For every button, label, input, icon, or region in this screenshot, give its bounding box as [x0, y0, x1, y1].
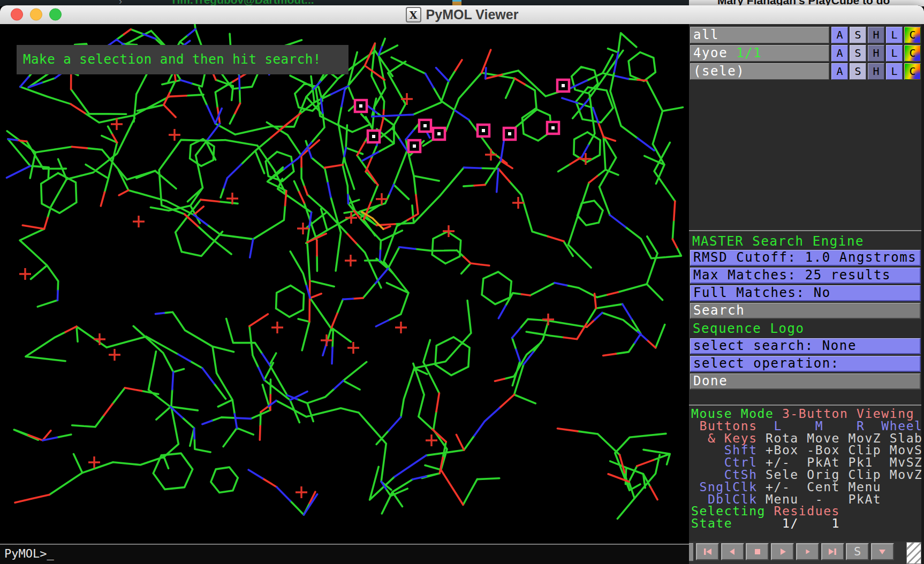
command-prompt[interactable]: PyMOL>_ [4, 547, 54, 560]
step-forward-button[interactable] [796, 543, 819, 560]
selection-marker [433, 128, 445, 140]
plugin-button-rmsd-cutoff-1-0-angstroms[interactable]: RMSD Cutoff: 1.0 Angstroms [690, 250, 921, 266]
buttons-header-line: Buttons L M R Wheel [691, 420, 923, 432]
object-menu-button-c[interactable]: C [904, 45, 921, 62]
titlebar[interactable]: X PyMOL Viewer [0, 5, 924, 25]
window-title: PyMOL Viewer [426, 7, 519, 22]
play-button[interactable] [771, 543, 794, 560]
scroll-down-button[interactable] [871, 543, 894, 560]
plugin-section-sequence-logo[interactable]: Sequence Logo [690, 321, 921, 337]
object-menu-button-a[interactable]: A [831, 45, 848, 62]
object-menu-button-h[interactable]: H [868, 63, 884, 80]
title-group: X PyMOL Viewer [0, 5, 924, 24]
s-button-label: S [854, 546, 861, 558]
stop-button[interactable] [746, 543, 769, 560]
object-menu-button-l[interactable]: L [886, 45, 903, 62]
object-label[interactable]: (sele) [690, 63, 829, 80]
selection-marker [408, 140, 420, 152]
command-bar[interactable]: PyMOL>_ [0, 544, 689, 564]
panel-edge [921, 24, 924, 564]
object-menu-button-s[interactable]: S [850, 27, 866, 43]
object-menu-button-s[interactable]: S [850, 45, 866, 62]
ctsh-line: CtSh Sele Orig Clip MovZ [691, 469, 923, 481]
keys-header-line: & Keys Rota Move MovZ Slab [691, 432, 923, 445]
bond-lines [7, 29, 655, 515]
screen: › Tim.Tregubov@Dartmout... Mary Flanagan… [0, 0, 924, 564]
step-back-button[interactable] [721, 543, 744, 560]
plugin-button-full-matches-no[interactable]: Full Matches: No [690, 285, 921, 301]
go-to-start-button[interactable] [696, 543, 719, 560]
resize-grip-handle[interactable] [906, 542, 921, 564]
object-menu-button-h[interactable]: H [868, 45, 884, 62]
plugin-button-done[interactable]: Done [690, 374, 921, 390]
object-menu-button-s[interactable]: S [850, 63, 866, 80]
selection-marker [368, 131, 380, 142]
selection-marker [355, 100, 367, 112]
object-label[interactable]: 4yoe 1/1 [690, 45, 829, 62]
object-state: 1/1 [736, 45, 762, 60]
mouse-mode-panel[interactable]: Mouse Mode 3-Button Viewing Buttons L M … [691, 408, 923, 530]
s-button-button[interactable]: S [846, 543, 869, 560]
object-menu-button-l[interactable]: L [886, 27, 903, 43]
object-row: (sele)ASHLC [689, 63, 921, 80]
plugin-button-select-operation[interactable]: select operation: [690, 356, 921, 372]
object-menu-button-h[interactable]: H [868, 27, 884, 43]
object-menu-button-l[interactable]: L [886, 63, 903, 80]
ctrl-line: Ctrl +/- PkAt Pk1 MvSZ [691, 456, 923, 469]
object-row: allASHLC [689, 27, 921, 43]
plugin-button-select-search-none[interactable]: select search: None [690, 338, 921, 354]
selection-marker [557, 80, 569, 92]
shift-line: Shft +Box -Box Clip MovS [691, 444, 923, 456]
divider [689, 405, 921, 406]
selection-marker [504, 128, 516, 140]
internal-gui-panel: allASHLC4yoe 1/1ASHLC(sele)ASHLC MASTER … [689, 24, 924, 564]
divider [689, 230, 921, 231]
movie-control-bar: S [689, 542, 924, 564]
wizard-overlay-message: Make a selection and then hit search! [17, 45, 349, 74]
selecting-line[interactable]: Selecting Residues [691, 505, 923, 517]
state-line[interactable]: State 1/ 1 [691, 517, 923, 530]
control-bar-strip [689, 543, 693, 561]
x11-icon: X [406, 7, 421, 22]
mouse-mode-line[interactable]: Mouse Mode 3-Button Viewing [691, 408, 923, 420]
dblclk-line: DblClk Menu - PkAt [691, 493, 923, 506]
pymol-window: X PyMOL Viewer Make a selection and then… [0, 5, 924, 564]
go-to-end-button[interactable] [821, 543, 844, 560]
snglclk-line: SnglClk +/- Cent Menu [691, 481, 923, 493]
object-label[interactable]: all [690, 27, 829, 43]
object-menu-button-c[interactable]: C [904, 63, 921, 80]
bond-lines [7, 24, 683, 519]
plugin-title: MASTER Search Engine [690, 233, 921, 249]
gl-canvas[interactable]: Make a selection and then hit search! Py… [0, 24, 924, 564]
selection-marker [419, 120, 431, 132]
object-menu-button-a[interactable]: A [831, 63, 848, 80]
plugin-button-max-matches-25-results[interactable]: Max Matches: 25 results [690, 268, 921, 284]
selection-marker [547, 122, 559, 134]
molecule-wireframe[interactable] [0, 24, 689, 544]
object-menu-button-c[interactable]: C [904, 27, 921, 43]
selection-marker [478, 125, 489, 136]
object-menu-button-a[interactable]: A [831, 27, 848, 43]
object-row: 4yoe 1/1ASHLC [689, 45, 921, 62]
plugin-button-search[interactable]: Search [690, 303, 921, 319]
